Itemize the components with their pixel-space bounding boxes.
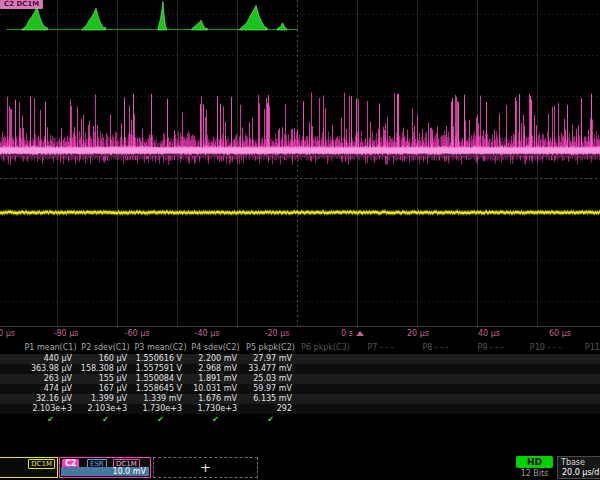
measure-cell: 160 µV <box>78 354 127 364</box>
measure-cell: 33.477 mV <box>243 364 292 374</box>
measure-table: P1 mean(C1)P2 sdev(C1)P3 mean(C2)P4 sdev… <box>0 343 600 426</box>
measure-cell: 2.103e+3 <box>78 404 127 414</box>
measure-cell: 440 µV <box>23 354 72 364</box>
measure-column-header[interactable]: P5 pkpk(C2) <box>243 343 298 353</box>
measure-cell: 1.558645 V <box>133 384 182 394</box>
timebase-value: 20.0 µs/div <box>562 468 600 477</box>
measure-cell: 1.676 mV <box>188 394 237 404</box>
status-check-icon: ✔ <box>23 415 78 425</box>
time-axis-label: -100 µs <box>0 329 15 338</box>
histogram-strip[interactable] <box>0 0 600 34</box>
c1-vdiv-value: 0 mV <box>0 467 56 476</box>
measure-cell: 1.730e+3 <box>188 404 237 414</box>
waveform-display[interactable] <box>0 0 600 328</box>
measure-cell: 1.399 µV <box>78 394 127 404</box>
measure-cell: 292 <box>243 404 292 414</box>
timebase-label: Tbase <box>561 458 585 467</box>
measure-cell: 1.550084 V <box>133 374 182 384</box>
measure-cell: 167 µV <box>78 384 127 394</box>
measure-cell: 363.98 µV <box>23 364 72 374</box>
measure-cell: 59.97 mV <box>243 384 292 394</box>
measure-cell: 1.550616 V <box>133 354 182 364</box>
time-axis-label: 20 µs <box>407 329 429 338</box>
channel-descriptor-c1[interactable]: DC1M 0 mV <box>0 457 58 478</box>
time-axis-label: -80 µs <box>54 329 79 338</box>
status-check-icon: ✔ <box>243 415 298 425</box>
hd-bits-label: 12 Bits <box>514 469 555 478</box>
measure-cell: 27.97 mV <box>243 354 292 364</box>
status-check-icon: ✔ <box>78 415 133 425</box>
oscilloscope-screen: C2 DC1M -100 µs-80 µs-60 µs-40 µs-20 µs0… <box>0 0 600 480</box>
measure-column-header[interactable]: P6 pkpk(C3) <box>298 343 353 353</box>
c2-vdiv-value: 10.0 mV <box>61 467 149 476</box>
measure-column-header[interactable]: P8 - - - <box>408 343 463 353</box>
measure-cell: 158.308 µV <box>78 364 127 374</box>
time-axis: -100 µs-80 µs-60 µs-40 µs-20 µs0 s20 µs4… <box>0 328 600 343</box>
measure-cell: 263 µV <box>23 374 72 384</box>
time-axis-label: -60 µs <box>125 329 150 338</box>
measure-column-header[interactable]: P7 - - - <box>353 343 408 353</box>
measure-cell: 1.891 mV <box>188 374 237 384</box>
measure-cell: 2.968 mV <box>188 364 237 374</box>
measure-cell: 10.031 mV <box>188 384 237 394</box>
measure-cell: 1.339 mV <box>133 394 182 404</box>
measure-cell: 1.557591 V <box>133 364 182 374</box>
measure-cell: 1.730e+3 <box>133 404 182 414</box>
hd-mode-badge[interactable]: HD <box>516 456 553 468</box>
measure-cell: 2.200 mV <box>188 354 237 364</box>
measure-column-header[interactable]: P1 mean(C1) <box>23 343 78 353</box>
time-axis-label: -20 µs <box>265 329 290 338</box>
plus-icon: + <box>200 460 211 475</box>
measure-column-header[interactable]: P11 - - - <box>573 343 600 353</box>
measure-column-header[interactable]: P10 - - - <box>518 343 573 353</box>
measure-column-header[interactable]: P2 sdev(C1) <box>78 343 133 353</box>
descriptor-bar: DC1M 0 mV C2 ESR DC1M 10.0 mV + HD 12 Bi… <box>0 456 600 480</box>
measure-column-header[interactable]: P9 - - - <box>463 343 518 353</box>
time-axis-label: -40 µs <box>195 329 220 338</box>
timebase-descriptor[interactable]: Tbase 20.0 µs/div <box>557 456 600 479</box>
channel-descriptor-c2[interactable]: C2 ESR DC1M 10.0 mV <box>59 457 151 478</box>
measure-cell: 474 µV <box>23 384 72 394</box>
measure-cell: 2.103e+3 <box>23 404 72 414</box>
add-trace-button[interactable]: + <box>153 457 258 478</box>
measure-cell: 155 µV <box>78 374 127 384</box>
trigger-position-icon[interactable] <box>356 331 364 336</box>
time-axis-label: 0 s <box>341 329 353 338</box>
measure-column-header[interactable]: P4 sdev(C2) <box>188 343 243 353</box>
measure-cell: 6.135 mV <box>243 394 292 404</box>
status-check-icon: ✔ <box>188 415 243 425</box>
time-axis-label: 40 µs <box>478 329 500 338</box>
time-axis-label: 60 µs <box>549 329 571 338</box>
measure-cell: 25.03 mV <box>243 374 292 384</box>
status-check-icon: ✔ <box>133 415 188 425</box>
measure-column-header[interactable]: P3 mean(C2) <box>133 343 188 353</box>
measure-cell: 32.16 µV <box>23 394 72 404</box>
